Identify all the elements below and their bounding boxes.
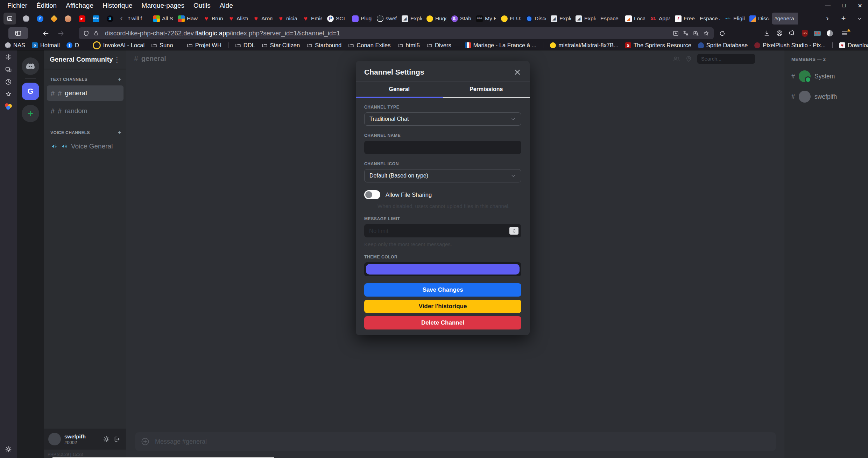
- bookmarks-star-icon[interactable]: [4, 90, 13, 99]
- bookmark-star-icon[interactable]: [703, 30, 710, 37]
- close-window-button[interactable]: ✕: [852, 0, 868, 11]
- tab-permissions[interactable]: Permissions: [443, 82, 530, 98]
- firefox-view-button[interactable]: [3, 13, 16, 25]
- lock-icon[interactable]: [93, 30, 99, 36]
- sidebar-settings-gear-icon[interactable]: [4, 445, 13, 454]
- tab[interactable]: ◢Explor: [548, 13, 573, 25]
- containers-icon[interactable]: [4, 102, 13, 111]
- bookmark-item[interactable]: fD: [66, 42, 79, 49]
- bookmark-item[interactable]: Conan Exiles: [348, 42, 390, 49]
- tracking-shield-icon[interactable]: [83, 30, 90, 37]
- clear-history-button[interactable]: Vider l'historique: [364, 300, 521, 313]
- pinned-messages-icon[interactable]: [685, 55, 692, 62]
- bookmark-item[interactable]: ♥Download Time Mana...: [839, 42, 868, 49]
- darkmode-extension-icon[interactable]: [824, 28, 835, 39]
- logout-icon[interactable]: [112, 434, 122, 444]
- history-clock-icon[interactable]: [4, 77, 13, 86]
- bookmark-item[interactable]: InvokeAI - Local: [93, 41, 144, 49]
- bookmark-item[interactable]: Divers: [426, 42, 451, 49]
- pinned-tab-diamond[interactable]: [47, 13, 61, 25]
- menu-marquepages[interactable]: Marque-pages: [137, 1, 189, 10]
- bookmark-item[interactable]: Star Citizen: [262, 42, 300, 49]
- number-spinner[interactable]: [509, 227, 518, 235]
- channel-general[interactable]: ##general: [47, 85, 124, 101]
- channel-name-input[interactable]: [364, 141, 521, 154]
- file-sharing-toggle[interactable]: [364, 190, 380, 199]
- bookmark-item[interactable]: Projet WH: [187, 42, 221, 49]
- message-input[interactable]: Message #general: [135, 432, 776, 451]
- pinned-tab-fb[interactable]: f: [33, 13, 47, 25]
- extensions-puzzle-button[interactable]: [786, 28, 798, 39]
- tab[interactable]: CIOOMy Ha: [474, 13, 499, 25]
- save-page-icon[interactable]: [672, 30, 679, 37]
- tab[interactable]: ♥niciara: [275, 13, 300, 25]
- tab[interactable]: Huggi: [424, 13, 449, 25]
- scroll-tabs-left-button[interactable]: ‹: [118, 13, 125, 25]
- downloads-button[interactable]: [761, 28, 772, 39]
- user-settings-gear-icon[interactable]: [101, 434, 112, 444]
- tab[interactable]: S.Stable: [449, 13, 474, 25]
- bookmark-item[interactable]: NAS: [5, 42, 25, 49]
- search-input[interactable]: Search...: [697, 54, 755, 64]
- tab[interactable]: All Siz: [151, 13, 176, 25]
- tab[interactable]: ♥Aromy: [250, 13, 275, 25]
- menu-fichier[interactable]: Fichier: [3, 1, 32, 10]
- add-text-channel-button[interactable]: +: [118, 76, 121, 83]
- delete-channel-button[interactable]: Delete Channel: [364, 316, 521, 329]
- back-button[interactable]: [39, 27, 52, 39]
- pinned-tab-yt[interactable]: ▶: [75, 13, 89, 25]
- server-menu-kebab-icon[interactable]: ⋮: [114, 56, 121, 64]
- server-header[interactable]: General Community ⋮: [44, 50, 126, 69]
- forward-button[interactable]: [55, 27, 67, 39]
- reader-translate-icon[interactable]: [693, 30, 699, 37]
- bookmark-item[interactable]: DDL: [235, 42, 255, 49]
- add-voice-channel-button[interactable]: +: [118, 129, 121, 136]
- maximize-button[interactable]: □: [836, 0, 852, 11]
- channel-type-select[interactable]: Traditional Chat: [364, 112, 521, 126]
- sidebar-toggle-button[interactable]: [8, 27, 28, 39]
- reload-button[interactable]: [717, 28, 728, 39]
- tab[interactable]: Espace abo: [697, 13, 722, 25]
- home-server-button[interactable]: [22, 57, 39, 75]
- bookmark-item[interactable]: Sprite Database: [698, 42, 748, 49]
- tab[interactable]: fFree :: [672, 13, 697, 25]
- message-limit-input[interactable]: No limit: [364, 224, 521, 237]
- app-menu-button[interactable]: [838, 28, 851, 39]
- bookmark-item[interactable]: PixelPlush Studio - Pix...: [754, 42, 826, 49]
- tab[interactable]: adnEligibi: [722, 13, 747, 25]
- pinned-tab-dsm[interactable]: DSM: [89, 13, 103, 25]
- menu-aide[interactable]: Aide: [215, 1, 238, 10]
- ai-chatbot-icon[interactable]: [4, 53, 13, 62]
- tab-general[interactable]: General: [356, 82, 443, 98]
- members-toggle-icon[interactable]: [672, 55, 680, 63]
- menu-outils[interactable]: Outils: [189, 1, 215, 10]
- tab-active[interactable]: #genera✕: [772, 13, 798, 25]
- pinned-tab-syno[interactable]: S: [103, 13, 117, 25]
- voice-channel-voice-general[interactable]: Voice General: [47, 139, 124, 154]
- minimize-button[interactable]: —: [820, 0, 836, 11]
- tab[interactable]: Discor: [747, 13, 772, 25]
- modal-close-icon[interactable]: [514, 68, 521, 76]
- theme-color-swatch[interactable]: [366, 264, 520, 275]
- translate-icon[interactable]: [683, 30, 689, 37]
- server-button-general-community[interactable]: G: [22, 83, 39, 100]
- save-changes-button[interactable]: Save Changes: [364, 283, 521, 297]
- tab[interactable]: Hawai: [176, 13, 200, 25]
- tab[interactable]: ♥EmieO: [300, 13, 325, 25]
- tab[interactable]: PSCI RE: [325, 13, 350, 25]
- tab[interactable]: FLUX.2: [499, 13, 523, 25]
- pinned-tab-worm[interactable]: [61, 13, 75, 25]
- bookmark-item[interactable]: Suno: [151, 42, 173, 49]
- bookmark-item[interactable]: oHotmail: [32, 42, 60, 49]
- account-button[interactable]: [774, 28, 785, 39]
- channel-icon-select[interactable]: Default (Based on type): [364, 169, 521, 182]
- pinned-tab-globe[interactable]: [19, 13, 33, 25]
- tabs-devices-icon[interactable]: [4, 65, 13, 74]
- tab[interactable]: Plugin: [350, 13, 374, 25]
- robot-extension-icon[interactable]: [812, 28, 823, 39]
- menu-dition[interactable]: Édition: [32, 1, 61, 10]
- bookmark-item[interactable]: SThe Spriters Resource: [625, 42, 691, 49]
- tab[interactable]: Espace clie: [598, 13, 623, 25]
- tab[interactable]: ♥Bruni2: [200, 13, 225, 25]
- tab[interactable]: swefpi: [374, 13, 399, 25]
